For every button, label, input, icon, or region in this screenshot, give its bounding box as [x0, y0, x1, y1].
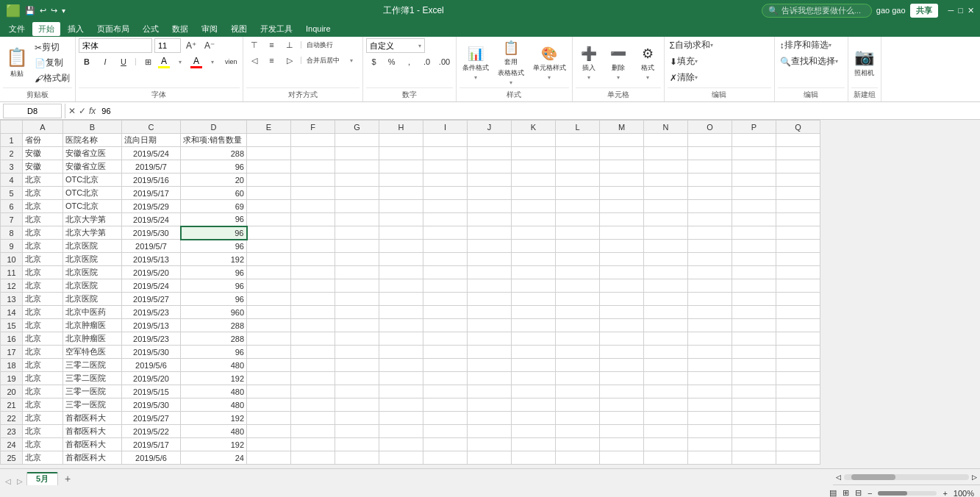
table-cell[interactable]: [600, 306, 644, 319]
table-cell[interactable]: [688, 174, 732, 187]
table-cell[interactable]: 北京: [23, 187, 63, 200]
table-cell[interactable]: [644, 306, 688, 319]
table-cell[interactable]: 安徽省立医: [63, 160, 122, 174]
table-cell[interactable]: [423, 279, 468, 293]
table-cell[interactable]: [556, 187, 600, 200]
menu-review[interactable]: 审阅: [196, 22, 223, 36]
table-cell[interactable]: [644, 372, 688, 385]
table-cell[interactable]: 首都医科大: [63, 451, 122, 465]
table-cell[interactable]: [688, 398, 732, 412]
table-cell[interactable]: [247, 240, 291, 253]
decrease-font-button[interactable]: A⁻: [201, 39, 218, 52]
table-cell[interactable]: 2019/5/6: [122, 359, 181, 372]
table-cell[interactable]: [423, 412, 468, 425]
table-cell[interactable]: [512, 359, 556, 372]
menu-page-layout[interactable]: 页面布局: [91, 22, 135, 36]
table-cell[interactable]: [291, 319, 335, 332]
table-cell[interactable]: [423, 425, 468, 438]
table-cell[interactable]: [732, 385, 776, 398]
table-cell[interactable]: [556, 174, 600, 187]
table-cell[interactable]: [423, 451, 468, 465]
table-cell[interactable]: [512, 319, 556, 332]
scroll-left-icon[interactable]: ◁: [3, 477, 13, 485]
col-header-n[interactable]: N: [644, 121, 688, 134]
table-cell[interactable]: [512, 451, 556, 465]
table-cell[interactable]: [644, 200, 688, 213]
table-cell[interactable]: [423, 398, 468, 412]
table-cell[interactable]: [379, 253, 423, 266]
table-cell[interactable]: [644, 240, 688, 253]
row-header[interactable]: 13: [1, 293, 23, 306]
table-cell[interactable]: [468, 253, 512, 266]
table-cell[interactable]: [644, 174, 688, 187]
row-header[interactable]: 16: [1, 332, 23, 346]
scroll-left-btn[interactable]: ◁: [836, 473, 841, 481]
table-cell[interactable]: [732, 240, 776, 253]
table-cell[interactable]: [291, 147, 335, 160]
table-cell[interactable]: 480: [181, 425, 247, 438]
merge-dropdown[interactable]: ▾: [343, 54, 360, 67]
table-cell[interactable]: 北京: [23, 174, 63, 187]
table-cell[interactable]: [291, 279, 335, 293]
table-cell[interactable]: [556, 425, 600, 438]
table-cell[interactable]: [335, 412, 379, 425]
table-cell[interactable]: [776, 266, 820, 279]
table-cell[interactable]: [468, 332, 512, 346]
table-cell[interactable]: [335, 359, 379, 372]
table-cell[interactable]: [776, 346, 820, 359]
clear-button[interactable]: ✗ 清除 ▾: [668, 71, 700, 85]
quick-access-more[interactable]: ▾: [62, 7, 65, 15]
table-cell[interactable]: [556, 398, 600, 412]
table-cell[interactable]: [247, 398, 291, 412]
table-cell[interactable]: 2019/5/7: [122, 240, 181, 253]
table-cell[interactable]: 三零二医院: [63, 359, 122, 372]
table-cell[interactable]: [335, 134, 379, 147]
table-cell[interactable]: [600, 187, 644, 200]
table-cell[interactable]: [423, 293, 468, 306]
table-cell[interactable]: [468, 279, 512, 293]
table-cell[interactable]: [335, 372, 379, 385]
vien-btn[interactable]: vien: [223, 55, 240, 68]
table-cell[interactable]: [776, 372, 820, 385]
quick-access-save[interactable]: 💾: [25, 6, 35, 15]
table-cell[interactable]: [644, 346, 688, 359]
row-header[interactable]: 11: [1, 266, 23, 279]
table-cell[interactable]: OTC北京: [63, 187, 122, 200]
table-cell[interactable]: [379, 240, 423, 253]
table-cell[interactable]: [732, 147, 776, 160]
table-cell[interactable]: 20: [181, 174, 247, 187]
quick-access-redo[interactable]: ↪: [51, 6, 57, 15]
quick-access-undo[interactable]: ↩: [40, 6, 46, 15]
table-cell[interactable]: [379, 226, 423, 240]
close-btn[interactable]: ✕: [968, 6, 974, 15]
table-cell[interactable]: 求和项:销售数量: [181, 134, 247, 147]
table-cell[interactable]: [732, 187, 776, 200]
table-format-button[interactable]: 📋 套用 表格格式 ▾: [495, 38, 527, 87]
table-cell[interactable]: [379, 412, 423, 425]
table-cell[interactable]: [379, 346, 423, 359]
menu-data[interactable]: 数据: [166, 22, 194, 36]
menu-home[interactable]: 开始: [32, 22, 60, 36]
table-cell[interactable]: 96: [181, 293, 247, 306]
table-cell[interactable]: [335, 306, 379, 319]
table-cell[interactable]: [600, 425, 644, 438]
table-cell[interactable]: [732, 359, 776, 372]
row-header[interactable]: 2: [1, 147, 23, 160]
fill-color-dropdown[interactable]: ▾: [172, 55, 188, 68]
table-cell[interactable]: 2019/5/22: [122, 425, 181, 438]
table-cell[interactable]: [688, 213, 732, 226]
col-header-b[interactable]: B: [63, 121, 122, 134]
delete-button[interactable]: ➖ 删除 ▾: [605, 44, 632, 82]
row-header[interactable]: 22: [1, 412, 23, 425]
table-cell[interactable]: [379, 306, 423, 319]
table-cell[interactable]: [423, 174, 468, 187]
table-cell[interactable]: [291, 213, 335, 226]
table-cell[interactable]: [468, 187, 512, 200]
table-cell[interactable]: [732, 279, 776, 293]
col-header-i[interactable]: I: [423, 121, 468, 134]
table-cell[interactable]: 480: [181, 398, 247, 412]
table-cell[interactable]: [732, 213, 776, 226]
table-cell[interactable]: [512, 398, 556, 412]
table-cell[interactable]: [379, 279, 423, 293]
table-cell[interactable]: [556, 372, 600, 385]
